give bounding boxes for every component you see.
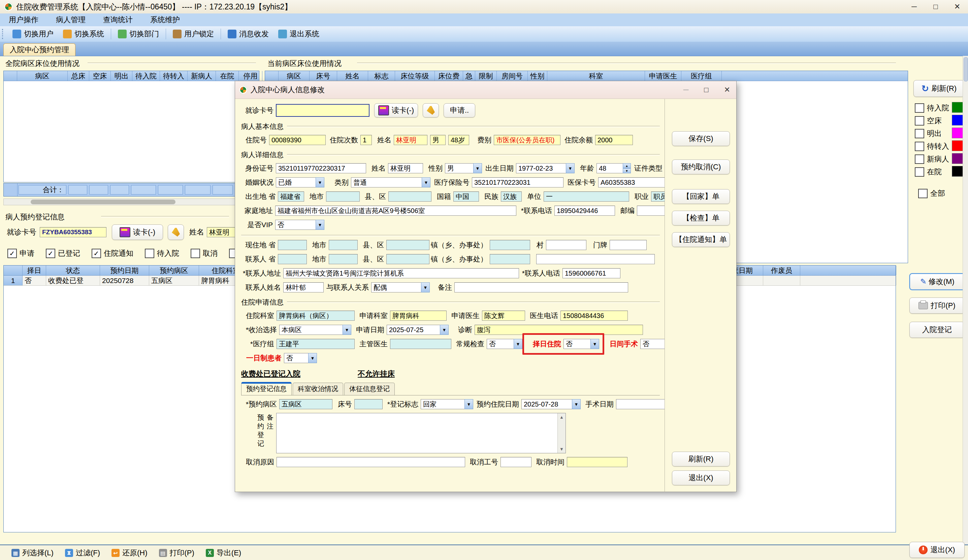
chevron-down-icon[interactable]: ▼ <box>473 163 482 173</box>
spin-up-icon[interactable]: ▲ <box>623 163 631 168</box>
current-county-field[interactable] <box>386 240 429 250</box>
cancel-time-field[interactable] <box>567 457 628 467</box>
spin-down-icon[interactable]: ▼ <box>623 168 631 173</box>
dialog-exit-button[interactable]: 退出(X) <box>672 471 730 485</box>
birth-date-select[interactable]: 1977-02-23▼ <box>516 163 575 173</box>
dialog-maximize-button[interactable]: □ <box>704 86 708 94</box>
cancel-reason-field[interactable] <box>277 457 465 467</box>
home-address-field[interactable]: 福建省福州市仓山区金山街道吉苑A区9号楼506室 <box>275 206 516 216</box>
card-no-input[interactable]: FZYBA60355383 <box>40 227 106 237</box>
contact-county-field[interactable] <box>386 254 429 264</box>
register-flag-select[interactable]: 回家▼ <box>421 399 473 409</box>
relationship-select[interactable]: 配偶▼ <box>371 282 430 292</box>
chevron-down-icon[interactable]: ▼ <box>590 339 599 349</box>
filter-checkbox-3[interactable]: 待入院 <box>145 248 179 258</box>
dialog-tab-1[interactable]: 科室收治情况 <box>293 383 343 395</box>
main-vscrollbar[interactable] <box>963 56 968 545</box>
admission-register-button[interactable]: 入院登记 <box>909 322 965 338</box>
dialog-minimize-button[interactable]: ─ <box>683 86 689 94</box>
legend-checkbox-5[interactable]: 在院 <box>915 167 942 177</box>
contact-city-field[interactable] <box>329 254 358 264</box>
booking-ward-field[interactable]: 五病区 <box>279 399 332 409</box>
chevron-down-icon[interactable]: ▼ <box>343 325 351 335</box>
contact-extra-field[interactable] <box>536 254 655 264</box>
chevron-down-icon[interactable]: ▼ <box>440 325 449 335</box>
balance-field[interactable]: 2000 <box>595 135 633 145</box>
ethnicity-field[interactable]: 汉族 <box>501 192 522 202</box>
admission-count-field[interactable]: 1 <box>360 135 372 145</box>
id-number-field[interactable]: 352101197702230317 <box>276 163 366 173</box>
scroll-down-icon[interactable]: ▼ <box>559 447 564 452</box>
chevron-down-icon[interactable]: ▼ <box>572 399 581 409</box>
legend-checkbox-4[interactable]: 新病人 <box>915 154 949 164</box>
insurance-no-field[interactable]: 352101770223031 <box>472 177 564 187</box>
memo-textarea[interactable]: ▲▼ <box>276 413 566 453</box>
detail-name-field[interactable]: 林亚明 <box>388 163 423 173</box>
admission-notice-button[interactable]: 【住院通知】单 <box>672 232 730 247</box>
modify-button[interactable]: ✎ 修改(M) <box>909 273 965 290</box>
birth-county-field[interactable] <box>388 192 431 202</box>
dialog-close-button[interactable]: ✕ <box>724 86 730 94</box>
dialog-apply-button[interactable]: 申请.. <box>444 103 475 117</box>
admission-no-field[interactable]: 00089390 <box>269 135 326 145</box>
chevron-down-icon[interactable]: ▼ <box>514 339 522 349</box>
filter-checkbox-1[interactable]: ✓已登记 <box>46 248 80 258</box>
current-city-field[interactable] <box>329 240 358 250</box>
age-spinner[interactable]: 48▲▼ <box>597 163 631 173</box>
dialog-tab-2[interactable]: 体征信息登记 <box>344 383 395 395</box>
chevron-down-icon[interactable]: ▼ <box>316 220 324 230</box>
doctor-phone-field[interactable]: 15080484436 <box>560 311 628 321</box>
filter-checkbox-4[interactable]: 取消 <box>191 248 217 258</box>
dialog-tab-0[interactable]: 预约登记信息 <box>241 382 292 395</box>
cancel-operator-field[interactable] <box>501 457 532 467</box>
save-button[interactable]: 保存(S) <box>672 131 730 146</box>
one-day-patient-select[interactable]: 否▼ <box>284 353 317 363</box>
exit-system-button[interactable]: 退出系统 <box>273 28 324 40</box>
current-province-field[interactable] <box>278 240 307 250</box>
insurance-card-field[interactable]: A60355383 <box>598 177 665 187</box>
scheduled-admission-select[interactable]: 否▼ <box>564 339 599 349</box>
current-door-field[interactable] <box>610 240 647 250</box>
close-button[interactable]: ✕ <box>946 0 968 13</box>
menu-item-1[interactable]: 病人管理 <box>47 13 94 26</box>
home-form-button[interactable]: 【回家】单 <box>672 189 730 204</box>
messages-button[interactable]: 消息收发 <box>223 28 273 40</box>
switch-user-button[interactable]: 切换用户 <box>8 28 58 40</box>
maximize-button[interactable]: □ <box>925 0 946 13</box>
exit-button[interactable]: 退出(X) <box>909 542 965 558</box>
hospital-beds-table[interactable]: 病区总床空床明出待入院待转入新病人在院停用 <box>3 71 259 182</box>
dialog-refresh-button[interactable]: 刷新(R) <box>672 452 730 466</box>
restore-button[interactable]: ↩还原(H) <box>111 548 148 558</box>
menu-item-3[interactable]: 系统维护 <box>141 13 189 26</box>
cancel-booking-button[interactable]: 预约取消(C) <box>672 160 730 174</box>
tab-admission-center[interactable]: 入院中心预约管理 <box>3 43 75 56</box>
legend-checkbox-3[interactable]: 待转入 <box>915 141 949 152</box>
current-town-field[interactable] <box>490 240 530 250</box>
dialog-read-card-button[interactable]: 读卡(-) <box>374 103 418 117</box>
contact-person-phone-field[interactable]: 15960066761 <box>562 268 620 278</box>
hospital-beds-hscrollbar[interactable] <box>3 198 259 205</box>
column-select-button[interactable]: ▦列选择(L) <box>12 548 53 558</box>
ward-dept-field[interactable]: 脾胃病科（病区） <box>277 311 355 321</box>
switch-department-button[interactable]: 切换部门 <box>113 28 164 40</box>
day-surgery-select[interactable]: 否▼ <box>640 339 665 349</box>
contact-province-field[interactable] <box>278 254 307 264</box>
print-button[interactable]: 打印(P) <box>909 297 965 314</box>
chevron-down-icon[interactable]: ▼ <box>421 282 430 292</box>
switch-system-button[interactable]: 切换系统 <box>58 28 109 40</box>
chevron-down-icon[interactable]: ▼ <box>316 177 324 187</box>
exam-form-button[interactable]: 【检查】单 <box>672 211 730 225</box>
category-select[interactable]: 普通▼ <box>351 177 431 187</box>
booking-date-select[interactable]: 2025-07-28▼ <box>521 399 581 409</box>
apply-date-select[interactable]: 2025-07-25▼ <box>387 325 449 335</box>
memo-scrollbar[interactable]: ▲▼ <box>557 413 565 453</box>
clear-button[interactable] <box>168 225 184 240</box>
postal-code-field[interactable] <box>637 206 665 216</box>
user-lock-button[interactable]: 用户锁定 <box>168 28 219 40</box>
sex-select[interactable]: 男▼ <box>445 163 482 173</box>
bed-no-field[interactable] <box>354 399 383 409</box>
occupation-field[interactable]: 职员 <box>651 192 665 202</box>
chevron-down-icon[interactable]: ▼ <box>422 177 431 187</box>
nationality-field[interactable]: 中国 <box>453 192 479 202</box>
patient-age-field[interactable]: 48岁 <box>448 135 469 145</box>
